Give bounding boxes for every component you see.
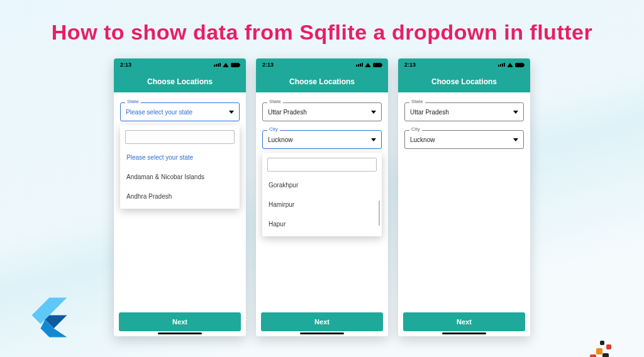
chevron-down-icon [229, 111, 234, 114]
phone-screen-1: 2:13 Choose Locations Please select your… [114, 58, 246, 336]
city-label: City [409, 126, 422, 132]
city-label: City [267, 126, 280, 132]
app-bar: Choose Locations [114, 71, 246, 92]
status-icons [498, 63, 524, 67]
app-bar-title: Choose Locations [431, 77, 497, 86]
dropdown-search-input[interactable] [125, 130, 235, 144]
city-value: Lucknow [410, 136, 435, 143]
chevron-down-icon [513, 111, 518, 114]
dropdown-option[interactable]: Gorakhpur [262, 175, 382, 195]
city-field-wrap: Lucknow City Gorakhpur Hamirpur Hapur [262, 130, 382, 149]
dropdown-option[interactable]: Andaman & Nicobar Islands [120, 167, 240, 187]
battery-icon [373, 63, 382, 67]
signal-icon [356, 63, 363, 67]
state-dropdown-menu: Please select your state Andaman & Nicob… [120, 125, 240, 209]
state-field-wrap: Please select your state State Please se… [120, 102, 240, 121]
state-dropdown[interactable]: Uttar Pradesh [404, 102, 524, 121]
screen-content: Uttar Pradesh State Lucknow City [398, 92, 530, 309]
battery-icon [515, 63, 524, 67]
next-button-label: Next [172, 318, 187, 326]
city-dropdown-menu: Gorakhpur Hamirpur Hapur [262, 153, 382, 236]
state-label: State [409, 99, 425, 104]
phones-row: 2:13 Choose Locations Please select your… [0, 58, 644, 336]
app-bar-title: Choose Locations [147, 77, 213, 86]
chevron-down-icon [371, 138, 376, 141]
screen-content: Please select your state State Please se… [114, 92, 246, 309]
state-label: State [267, 99, 283, 104]
status-bar: 2:13 [398, 58, 530, 71]
state-value: Uttar Pradesh [410, 109, 449, 116]
status-icons [214, 63, 240, 67]
status-time: 2:13 [262, 62, 274, 68]
app-bar: Choose Locations [256, 71, 388, 92]
chevron-down-icon [371, 111, 376, 114]
phone-screen-3: 2:13 Choose Locations Uttar Pradesh Stat… [398, 58, 530, 336]
screen-content: Uttar Pradesh State Lucknow City Gorakhp… [256, 92, 388, 309]
state-dropdown[interactable]: Uttar Pradesh [262, 102, 382, 121]
wifi-icon [507, 63, 513, 67]
city-field-wrap: Lucknow City [404, 130, 524, 149]
state-value: Uttar Pradesh [268, 109, 307, 116]
next-button[interactable]: Next [403, 312, 525, 331]
wifi-icon [223, 63, 229, 67]
city-dropdown[interactable]: Lucknow [404, 130, 524, 149]
state-dropdown[interactable]: Please select your state [120, 102, 240, 121]
home-indicator [300, 332, 344, 334]
dropdown-option[interactable]: Hapur [262, 214, 382, 234]
status-icons [356, 63, 382, 67]
next-button-label: Next [457, 318, 472, 326]
next-button-label: Next [314, 318, 330, 326]
signal-icon [214, 63, 221, 67]
home-indicator [158, 332, 202, 334]
wifi-icon [365, 63, 371, 67]
state-field-wrap: Uttar Pradesh State [404, 102, 524, 121]
next-button[interactable]: Next [119, 312, 241, 331]
status-time: 2:13 [404, 62, 416, 68]
dropdown-search-input[interactable] [267, 158, 377, 172]
state-field-wrap: Uttar Pradesh State [262, 102, 382, 121]
page-title: How to show data from Sqflite a dropdown… [0, 0, 644, 45]
phone-screen-2: 2:13 Choose Locations Uttar Pradesh Stat… [256, 58, 388, 336]
city-value: Lucknow [268, 136, 292, 143]
app-bar-title: Choose Locations [289, 77, 355, 86]
signal-icon [498, 63, 505, 67]
dropdown-option[interactable]: Please select your state [120, 148, 240, 167]
app-bar: Choose Locations [398, 71, 530, 92]
chevron-down-icon [513, 138, 518, 141]
dropdown-option[interactable]: Andhra Pradesh [120, 187, 240, 206]
battery-icon [231, 63, 240, 67]
state-value: Please select your state [126, 109, 192, 116]
city-dropdown[interactable]: Lucknow [262, 130, 382, 149]
status-bar: 2:13 [256, 58, 388, 71]
state-label: State [125, 99, 141, 104]
next-button[interactable]: Next [261, 312, 383, 331]
flutter-logo-icon [25, 295, 69, 339]
home-indicator [442, 332, 486, 334]
dropdown-scrollbar[interactable] [379, 200, 380, 226]
dropdown-option[interactable]: Hamirpur [262, 195, 382, 214]
status-time: 2:13 [120, 62, 131, 68]
status-bar: 2:13 [114, 58, 246, 71]
